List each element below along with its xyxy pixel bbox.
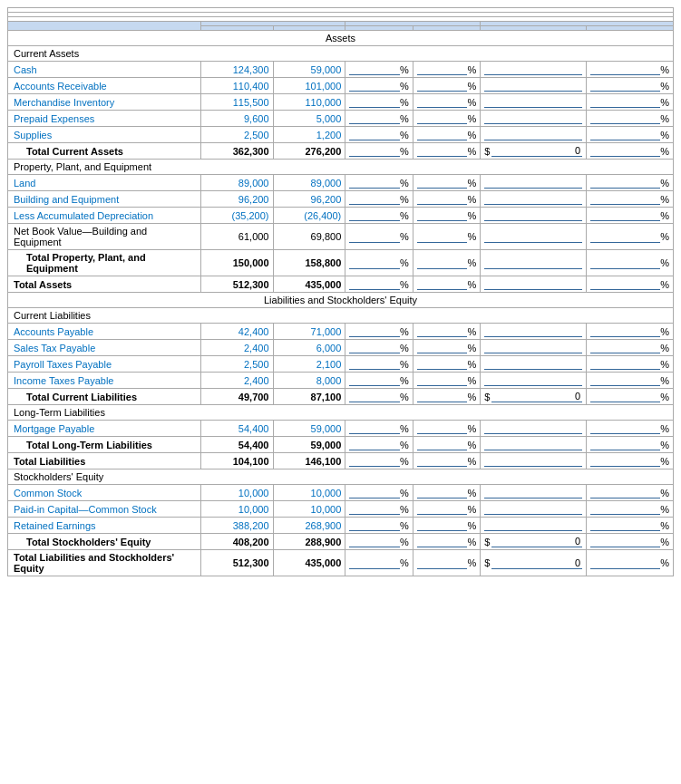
pct-input[interactable] bbox=[590, 129, 660, 140]
pct-input[interactable] bbox=[417, 391, 468, 402]
pct-input[interactable] bbox=[590, 391, 660, 402]
pct-input[interactable] bbox=[349, 96, 400, 108]
pct-input[interactable] bbox=[417, 63, 468, 75]
pct-input[interactable] bbox=[590, 96, 660, 108]
amount-input[interactable] bbox=[484, 342, 582, 353]
amount-input[interactable] bbox=[484, 374, 582, 386]
pct-input[interactable] bbox=[590, 209, 660, 221]
pct-input[interactable] bbox=[590, 177, 660, 189]
amount-input[interactable] bbox=[484, 503, 582, 515]
amount-input[interactable] bbox=[484, 422, 582, 434]
pct-input[interactable] bbox=[417, 145, 468, 157]
pct-input[interactable] bbox=[349, 129, 400, 140]
amount-input[interactable] bbox=[491, 145, 582, 157]
amount-input[interactable] bbox=[484, 193, 582, 205]
amount-input[interactable] bbox=[491, 536, 582, 547]
pct-input[interactable] bbox=[590, 455, 660, 467]
amount-input[interactable] bbox=[484, 231, 582, 243]
pct-input[interactable] bbox=[590, 439, 660, 450]
pct-input[interactable] bbox=[349, 374, 400, 386]
pct-input[interactable] bbox=[349, 422, 400, 434]
pct-input[interactable] bbox=[349, 325, 400, 337]
pct-input[interactable] bbox=[349, 209, 400, 221]
amount-input[interactable] bbox=[491, 391, 582, 402]
pct-input[interactable] bbox=[590, 503, 660, 515]
pct-input[interactable] bbox=[349, 487, 400, 498]
pct-input[interactable] bbox=[417, 112, 468, 124]
pct-input[interactable] bbox=[349, 439, 400, 450]
pct-input[interactable] bbox=[417, 278, 468, 290]
pct-input[interactable] bbox=[349, 342, 400, 353]
pct-input[interactable] bbox=[590, 342, 660, 353]
pct-input[interactable] bbox=[417, 487, 468, 498]
pct-input[interactable] bbox=[590, 193, 660, 205]
pct-input[interactable] bbox=[349, 519, 400, 531]
amount-input[interactable] bbox=[491, 557, 582, 569]
amount-input[interactable] bbox=[484, 112, 582, 124]
pct-input[interactable] bbox=[349, 503, 400, 515]
amount-input[interactable] bbox=[484, 177, 582, 189]
pct-input[interactable] bbox=[417, 193, 468, 205]
pct-input[interactable] bbox=[590, 63, 660, 75]
pct-input[interactable] bbox=[349, 455, 400, 467]
pct-input[interactable] bbox=[417, 231, 468, 243]
pct-input[interactable] bbox=[417, 129, 468, 140]
amount-input[interactable] bbox=[484, 278, 582, 290]
pct-input[interactable] bbox=[590, 358, 660, 370]
pct-input[interactable] bbox=[417, 257, 468, 269]
amount-input[interactable] bbox=[484, 358, 582, 370]
pct-input[interactable] bbox=[349, 257, 400, 269]
pct-input[interactable] bbox=[417, 422, 468, 434]
amount-input[interactable] bbox=[484, 96, 582, 108]
pct-input[interactable] bbox=[349, 80, 400, 92]
amount-input[interactable] bbox=[484, 519, 582, 531]
pct-input[interactable] bbox=[417, 209, 468, 221]
pct-input[interactable] bbox=[590, 374, 660, 386]
pct-input[interactable] bbox=[590, 112, 660, 124]
amount-input[interactable] bbox=[484, 455, 582, 467]
amount-input[interactable] bbox=[484, 80, 582, 92]
pct-input[interactable] bbox=[417, 519, 468, 531]
pct-input[interactable] bbox=[590, 422, 660, 434]
pct-input[interactable] bbox=[590, 145, 660, 157]
pct-input[interactable] bbox=[417, 80, 468, 92]
pct-input[interactable] bbox=[417, 536, 468, 547]
pct-input[interactable] bbox=[590, 80, 660, 92]
pct-input[interactable] bbox=[349, 63, 400, 75]
pct-input[interactable] bbox=[590, 325, 660, 337]
pct-input[interactable] bbox=[590, 519, 660, 531]
amount-input[interactable] bbox=[484, 487, 582, 498]
pct-input[interactable] bbox=[349, 112, 400, 124]
pct-input[interactable] bbox=[417, 342, 468, 353]
pct-input[interactable] bbox=[417, 439, 468, 450]
pct-input[interactable] bbox=[590, 231, 660, 243]
amount-input[interactable] bbox=[484, 209, 582, 221]
pct-input[interactable] bbox=[590, 487, 660, 498]
pct-input[interactable] bbox=[349, 193, 400, 205]
pct-input[interactable] bbox=[590, 257, 660, 269]
amount-input[interactable] bbox=[484, 439, 582, 450]
pct-input[interactable] bbox=[417, 177, 468, 189]
pct-input[interactable] bbox=[590, 557, 660, 569]
pct-input[interactable] bbox=[590, 536, 660, 547]
pct-input[interactable] bbox=[349, 278, 400, 290]
amount-input[interactable] bbox=[484, 129, 582, 140]
pct-input[interactable] bbox=[417, 557, 468, 569]
pct-input[interactable] bbox=[349, 231, 400, 243]
pct-input[interactable] bbox=[349, 391, 400, 402]
pct-input[interactable] bbox=[417, 96, 468, 108]
pct-input[interactable] bbox=[417, 503, 468, 515]
pct-input[interactable] bbox=[349, 358, 400, 370]
amount-input[interactable] bbox=[484, 325, 582, 337]
pct-input[interactable] bbox=[417, 455, 468, 467]
pct-input[interactable] bbox=[417, 374, 468, 386]
pct-input[interactable] bbox=[590, 278, 660, 290]
amount-input[interactable] bbox=[484, 257, 582, 269]
pct-input[interactable] bbox=[349, 177, 400, 189]
pct-input[interactable] bbox=[349, 145, 400, 157]
pct-input[interactable] bbox=[417, 325, 468, 337]
pct-input[interactable] bbox=[349, 536, 400, 547]
pct-input[interactable] bbox=[417, 358, 468, 370]
pct-input[interactable] bbox=[349, 557, 400, 569]
amount-input[interactable] bbox=[484, 63, 582, 75]
